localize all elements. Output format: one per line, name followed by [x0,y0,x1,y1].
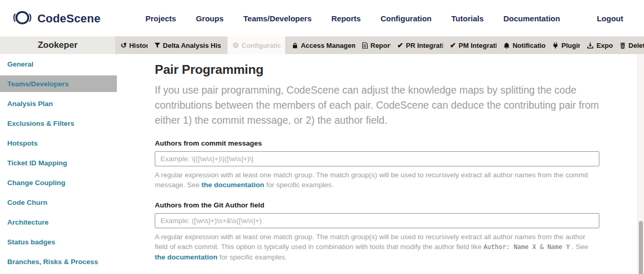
sidebar-item-exclusions-filters[interactable]: Exclusions & Filters [0,113,117,133]
tab-delta-analysis-history[interactable]: Delta Analysis History [154,36,221,54]
author-code-sample: Author: Name X & Name Y [484,243,570,251]
sidebar-item-branches-risks-process[interactable]: Branches, Risks & Process [0,252,117,271]
nav-item-projects[interactable]: Projects [145,14,176,23]
help-text: for specific examples. [218,253,287,261]
tab-label: Notifications [513,42,545,49]
sidebar-item-analysis-plan[interactable]: Analysis Plan [0,94,117,113]
sidebar-item-label: Change Coupling [7,179,65,187]
git-author-help: A regular expression with at least one m… [155,232,599,262]
tab-access-management[interactable]: Access Management [292,36,355,54]
main-content: Pair Programming If you use pair program… [155,54,599,274]
tab-label: Delete [628,42,644,49]
codescene-brand[interactable]: CodeScene [11,8,101,29]
help-text: for specific examples. [264,181,334,189]
sidebar-item-general[interactable]: General [0,54,117,74]
nav-item-reports[interactable]: Reports [331,14,361,23]
brand-name: CodeScene [37,12,101,25]
commit-authors-input[interactable] [155,151,599,166]
check-icon: ✔ [397,42,404,49]
sidebar-item-status-badges[interactable]: Status badges [0,232,117,252]
tab-label: Access Management [301,42,355,49]
sidebar-item-label: Code Churn [7,199,47,206]
help-text: . See [570,243,588,251]
nav-item-teams-developers[interactable]: Teams/Developers [244,14,312,23]
check-icon: ✔ [450,42,456,49]
vertical-scrollbar-thumb[interactable] [639,221,643,274]
project-bar: Zookeper ↺HistoryDelta Analysis History⚙… [0,36,644,54]
tab-plugins[interactable]: Plugins [552,36,580,54]
tab-export[interactable]: Export [587,36,613,54]
tab-pm-integration[interactable]: ✔PM Integration [450,36,497,54]
nav-item-documentation[interactable]: Documentation [503,14,560,23]
tab-configuration[interactable]: ⚙Configuration [227,36,285,54]
tab-label: Configuration [242,42,280,49]
tab-label: Delta Analysis History [163,42,221,49]
sidebar-item-label: Teams/Developers [7,80,69,88]
plug-icon [552,42,559,49]
sidebar-item-label: Architecture [7,218,49,226]
sidebar-item-hotspots[interactable]: Hotspots [0,133,117,153]
nav-item-tutorials[interactable]: Tutorials [451,14,484,23]
tab-notifications[interactable]: Notifications [503,36,545,54]
project-tabs: ↺HistoryDelta Analysis History⚙Configura… [115,36,644,54]
bell-icon [503,42,510,49]
git-author-input[interactable] [155,213,599,228]
top-navbar: CodeScene ProjectsGroupsTeams/Developers… [0,0,644,36]
tab-label: PR Integration [406,42,444,49]
sidebar-item-label: Exclusions & Filters [7,120,74,127]
tab-label: PM Integration [459,42,497,49]
documentation-link[interactable]: the documentation [155,253,218,261]
gears-icon: ⚙ [232,42,239,49]
sidebar-item-code-churn[interactable]: Code Churn [0,192,117,212]
nav-item-configuration[interactable]: Configuration [381,14,432,23]
config-sidebar: GeneralTeams/DevelopersAnalysis PlanExcl… [0,54,117,271]
project-name: Zookeper [0,36,115,54]
logout-link[interactable]: Logout [597,0,623,36]
tab-history[interactable]: ↺History [120,36,147,54]
nav-item-groups[interactable]: Groups [196,14,223,23]
lead-paragraph: If you use pair programming, CodeScene c… [155,83,599,128]
sidebar-item-change-coupling[interactable]: Change Coupling [0,173,117,192]
tab-reports[interactable]: Reports [362,36,391,54]
sidebar-item-label: Status badges [7,238,55,246]
sidebar-item-teams-developers[interactable]: Teams/Developers [0,75,117,92]
commit-authors-label: Authors from commit messages [155,139,599,147]
git-author-label: Authors from the Git Author field [155,201,599,209]
sidebar-item-label: Hotspots [7,139,38,147]
sidebar-item-label: Ticket ID Mapping [7,159,67,167]
tab-label: Plugins [561,42,580,49]
sidebar-item-label: Branches, Risks & Process [7,258,98,266]
sidebar-item-architecture[interactable]: Architecture [0,212,117,232]
tab-pr-integration[interactable]: ✔PR Integration [397,36,443,54]
tab-label: Reports [370,42,391,49]
top-nav: ProjectsGroupsTeams/DevelopersReportsCon… [145,0,560,36]
tab-label: Export [596,42,613,49]
history-icon: ↺ [120,42,127,49]
document-icon [362,42,368,49]
sidebar-item-label: General [7,60,33,68]
trash-icon [620,42,626,49]
tab-label: History [129,42,147,49]
documentation-link[interactable]: the documentation [202,181,264,189]
sidebar-item-label: Analysis Plan [7,100,53,108]
vertical-scrollbar-track[interactable] [637,54,644,274]
tab-delete[interactable]: Delete [620,36,644,54]
lock-icon [292,42,298,49]
codescene-logo-icon [11,8,33,29]
download-icon [587,42,594,49]
commit-authors-help: A regular expression with at least one m… [155,170,599,190]
codescene-app: CodeScene ProjectsGroupsTeams/Developers… [0,0,644,274]
filter-icon [154,42,160,48]
page-title: Pair Programming [155,62,599,77]
sidebar-item-ticket-id-mapping[interactable]: Ticket ID Mapping [0,153,117,173]
